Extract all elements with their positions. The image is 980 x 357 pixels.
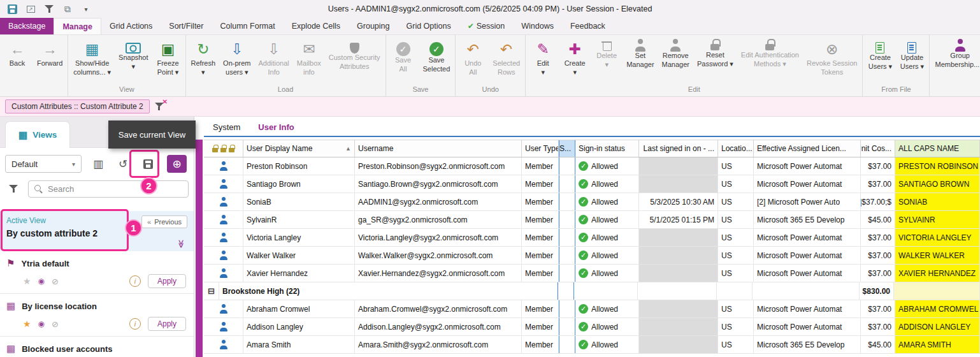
clear-filter-icon[interactable]: ✕ [155,101,166,112]
revoke-session-tokens-button[interactable]: ⊗ Revoke Session Tokens [803,36,861,85]
set-manager-button[interactable]: Set Manager [623,36,658,85]
table-row[interactable]: Preston Robinson Preston.Robinson@sygx2.… [204,157,980,175]
collapse-icon[interactable]: ⊟ [208,286,215,296]
expand-chevron-icon[interactable]: ≫ [177,240,187,249]
favorite-star-icon[interactable]: ★ [23,276,31,286]
ribbon-button-icon: ✓ [429,42,443,56]
search-icon [34,185,43,193]
table-row[interactable]: Walker Walker Walker.Walker@sygx2.onmicr… [204,247,980,265]
back-button[interactable]: ← Back [1,36,33,85]
undo-all-button[interactable]: ↶ Undo All [457,36,489,85]
allowed-check-icon [579,322,588,332]
save-all-button[interactable]: ✓ Save All [387,36,419,85]
tab-grid-options[interactable]: Grid Options [398,18,459,34]
tab-explode-cells[interactable]: Explode Cells [284,18,349,34]
tab-backstage[interactable]: Backstage [0,18,54,34]
column-header-last-signed-in[interactable]: Last signed in on - ... [639,140,718,157]
save-icon[interactable] [6,3,18,15]
group-membership-button[interactable]: Group Membership... ▾ [931,36,980,85]
search-input[interactable]: Search [28,180,189,198]
table-row[interactable]: SoniaB AADMIN1@sygx2.onmicrosoft.com Mem… [204,193,980,211]
filter-views-button[interactable] [5,180,22,197]
info-button[interactable]: i [129,275,141,287]
info-button[interactable]: i [129,318,141,330]
add-view-button[interactable]: ⊕ [167,155,187,173]
cell-username: AADMIN1@sygx2.onmicrosoft.com [355,193,522,210]
tab-grid-actions[interactable]: Grid Actions [101,18,161,34]
tab-sort-filter[interactable]: Sort/Filter [161,18,212,34]
edit-button[interactable]: ✎ Edit ▾ [527,36,559,85]
additional-info-button[interactable]: ⇩ Additional Info [254,36,292,85]
on-prem-users-button[interactable]: ⇩ On-prem users ▾ [219,36,254,85]
group-color-strip[interactable] [196,140,203,357]
tab-system[interactable]: System [204,119,249,136]
tab-feedback[interactable]: Feedback [562,18,614,34]
group-row[interactable]: ⊟ Brookstone High (22) $830.00 [204,282,980,300]
column-header-location[interactable]: Locatio... [718,140,754,157]
save-view-button[interactable] [140,156,156,172]
tab-session[interactable]: ✔Session [459,18,514,34]
reset-view-button[interactable]: ↺ [115,156,131,172]
table-row[interactable]: Amara Smith Amara.Smith@sygx2.onmicrosof… [204,336,980,354]
show-hide-columns-button[interactable]: ▦ Show/Hide columns... ▾ [69,36,115,85]
create-users-button[interactable]: Create Users ▾ [864,36,896,85]
manage-columns-button[interactable]: ▥ [90,156,106,172]
save-selected-button[interactable]: ✓ Save Selected [419,36,454,85]
undo-selected-rows-button[interactable]: ↶ Selected Rows [489,36,524,85]
view-list-item[interactable]: ▦ Blocked user accounts ★ ◉ ⊘ i Apply [0,337,194,357]
ribbon-button-label2: ▾ [605,61,609,69]
apply-view-button[interactable]: Apply [148,274,186,288]
tab-manage[interactable]: Manage [54,18,101,34]
view-list-item[interactable]: ▦ By license location ★ ◉ ⊘ i Apply [0,294,194,337]
ribbon-toolbar: ← Back → Forward [0,35,980,97]
table-row[interactable]: Abraham Cromwel Abraham.Cromwel@sygx2.on… [204,300,980,318]
tab-user-info[interactable]: User Info [249,119,303,136]
table-row[interactable]: SylvainR ga_SR@sygx2.onmicrosoft.com Mem… [204,211,980,229]
ribbon-button-icon: ⇩ [268,39,280,59]
cell-user-type: Member [522,318,559,335]
previous-view-button[interactable]: « Previous [141,215,187,228]
ribbon-button-label: Custom Security [329,54,380,62]
snapshot-button[interactable]: Snapshot ▾ [115,36,152,85]
tab-grouping[interactable]: Grouping [349,18,398,34]
table-row[interactable]: Santiago Brown Santiago.Brown@sygx2.onmi… [204,175,980,193]
remove-manager-button[interactable]: Remove Manager [658,36,693,85]
tab-column-format[interactable]: Column Format [212,18,284,34]
column-header-user-type[interactable]: User Type [522,140,559,157]
share-icon[interactable]: ↗ [25,3,36,15]
tab-views[interactable]: ▦ Views [5,121,70,148]
favorite-star-icon[interactable]: ★ [23,319,31,329]
update-users-button[interactable]: Update Users ▾ [896,36,928,85]
create-button[interactable]: ✚ Create ▾ [559,36,591,85]
column-header-effective-licenses[interactable]: Effective Assigned Licen... [754,140,861,157]
copy-icon[interactable]: ⧉ [62,3,73,15]
refresh-button[interactable]: ↻ Refresh ▾ [187,36,220,85]
toolbar-menu-caret-icon[interactable]: ▾ [80,3,92,15]
table-row[interactable]: Xavier Hernandez Xavier.Hernandez@sygx2.… [204,265,980,282]
tab-windows[interactable]: Windows [513,18,562,34]
view-dropdown[interactable]: Default ▾ [5,155,82,173]
custom-security-attributes-button[interactable]: Custom Security Attributes [325,36,384,85]
view-list-item[interactable]: ⚑ Ytria default ★ ◉ ⊘ i Apply [0,251,194,294]
freeze-point-button[interactable]: ▣ Freeze Point ▾ [152,36,184,85]
reset-password-button[interactable]: Reset Password ▾ [693,36,737,85]
forward-button[interactable]: → Forward [33,36,66,85]
apply-view-button[interactable]: Apply [148,317,186,331]
cell-effective-licenses: Microsoft 365 E5 Develop [754,211,861,228]
table-row[interactable]: Addison Langley Addison.Langley@sygx2.on… [204,318,980,336]
cell-all-caps-name: ABRAHAM CROMWEL [895,300,980,317]
column-header-sign-in-status[interactable]: Sign-in status [575,140,639,157]
filter-icon[interactable] [43,3,55,15]
column-header-all-caps-name[interactable]: ALL CAPS NAME [895,140,980,157]
column-header-username[interactable]: Username [355,140,522,157]
mailbox-info-button[interactable]: ✉ Mailbox info [293,36,325,85]
edit-authentication-methods-button[interactable]: Edit Authentication Methods ▾ [737,36,803,85]
delete-button[interactable]: Delete ▾ [591,36,623,85]
cell-user-type: Member [522,300,559,317]
column-header-user-display-name[interactable]: User Display Name▲ [243,140,355,157]
table-row[interactable]: Victoria Langley Victoria.Langley@sygx2.… [204,229,980,247]
filter-chip[interactable]: Custom Attributes :: Custom Attribute 2 [5,99,150,113]
column-header-s-selected[interactable]: S... [559,140,575,157]
column-header-unit-cost[interactable]: Unit Cos... [861,140,895,157]
lock-columns-header[interactable] [204,140,243,157]
